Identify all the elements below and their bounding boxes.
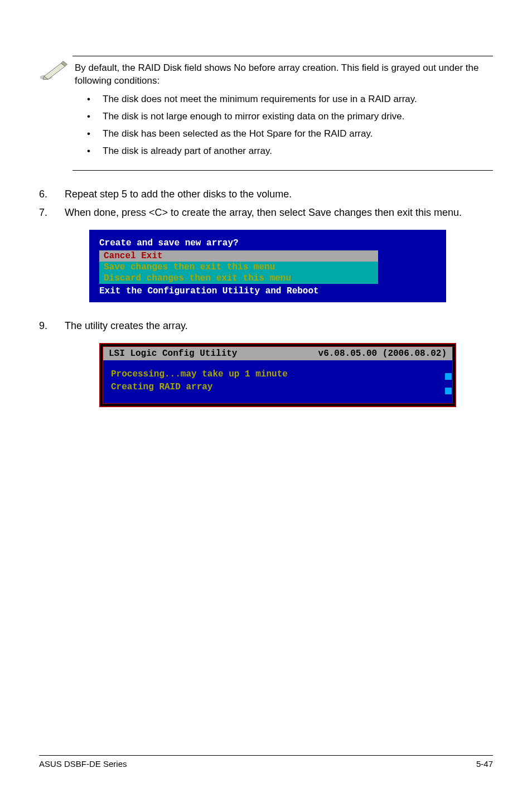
page-footer: ASUS DSBF-DE Series 5-47 — [39, 755, 493, 769]
bios-menu-discard-changes[interactable]: Discard changes then exit this menu — [99, 273, 378, 284]
step-9: 9. The utility creates the array. — [39, 319, 493, 333]
bios-prompt: Create and save new array? — [89, 238, 446, 249]
step-number: 9. — [39, 319, 65, 333]
step-number: 7. — [39, 206, 65, 220]
bios-menu-cancel-exit[interactable]: Cancel Exit — [99, 250, 378, 262]
note-intro: By default, the RAID Disk field shows No… — [75, 62, 491, 88]
footer-left: ASUS DSBF-DE Series — [39, 759, 127, 769]
note-item-text: The disk does not meet the minimum requi… — [103, 93, 417, 106]
note-item-text: The disk has been selected as the Hot Sp… — [103, 128, 373, 141]
activity-indicator-icon — [445, 388, 452, 394]
note-item: •The disk has been selected as the Hot S… — [87, 128, 491, 141]
note-item-text: The disk is already part of another arra… — [103, 145, 272, 158]
note-item: •The disk is already part of another arr… — [87, 145, 491, 158]
bullet-icon: • — [87, 145, 103, 158]
note-item: •The disk does not meet the minimum requ… — [87, 93, 491, 106]
bios-title-right: v6.08.05.00 (2006.08.02) — [318, 349, 447, 359]
footer-right: 5-47 — [476, 759, 493, 769]
note-item-text: The disk is not large enough to mirror e… — [103, 110, 404, 123]
bullet-icon: • — [87, 93, 103, 106]
note-block: By default, the RAID Disk field shows No… — [39, 56, 493, 171]
steps-list: 6. Repeat step 5 to add the other disks … — [39, 187, 493, 220]
steps-list-2: 9. The utility creates the array. — [39, 319, 493, 333]
pencil-icon — [39, 56, 72, 83]
bios-menu-save-changes[interactable]: Save changes then exit this menu — [99, 262, 378, 273]
step-text: Repeat step 5 to add the other disks to … — [65, 187, 493, 201]
note-list: •The disk does not meet the minimum requ… — [75, 93, 491, 158]
bios-menu: Cancel Exit Save changes then exit this … — [99, 250, 378, 284]
step-text: The utility creates the array. — [65, 319, 493, 333]
step-7: 7. When done, press <C> to create the ar… — [39, 206, 493, 220]
step-text: When done, press <C> to create the array… — [65, 206, 493, 220]
note-item: •The disk is not large enough to mirror … — [87, 110, 491, 123]
bios-footer-hint: Exit the Configuration Utility and Reboo… — [89, 286, 446, 297]
bios-processing-line: Processing...may take up 1 minute — [111, 368, 444, 380]
bios-creating-line: Creating RAID array — [111, 381, 444, 393]
bios-body: Processing...may take up 1 minute Creati… — [103, 360, 452, 403]
step-number: 6. — [39, 187, 65, 201]
bios-dialog-save: Create and save new array? Cancel Exit S… — [89, 230, 446, 302]
bullet-icon: • — [87, 128, 103, 141]
note-body: By default, the RAID Disk field shows No… — [72, 56, 493, 171]
bios-title-left: LSI Logic Config Utility — [109, 349, 237, 359]
step-6: 6. Repeat step 5 to add the other disks … — [39, 187, 493, 201]
activity-indicator-icon — [445, 373, 452, 380]
bios-utility-screen: LSI Logic Config Utility v6.08.05.00 (20… — [99, 343, 456, 407]
bios-title-bar: LSI Logic Config Utility v6.08.05.00 (20… — [103, 347, 452, 360]
bullet-icon: • — [87, 110, 103, 123]
